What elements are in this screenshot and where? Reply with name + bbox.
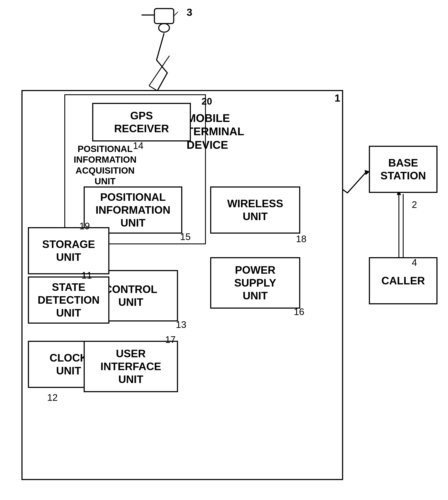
ref-number-2: 2: [412, 199, 417, 210]
clock-unit-label: CLOCK UNIT: [49, 351, 88, 377]
gps-receiver-label: GPS RECEIVER: [114, 109, 169, 135]
ref-number-1: 1: [335, 92, 340, 104]
ref-number-3: 3: [187, 6, 192, 18]
ref-number-19: 19: [79, 221, 90, 231]
ref-number-4: 4: [412, 257, 417, 268]
ref-number-16: 16: [294, 306, 304, 317]
ref-number-14: 14: [133, 140, 144, 151]
svg-rect-5: [154, 9, 174, 24]
state-detection-box: STATE DETECTION UNIT: [28, 276, 109, 324]
storage-unit-box: STORAGE UNIT: [28, 227, 109, 274]
state-detection-label: STATE DETECTION UNIT: [38, 281, 100, 319]
ref-number-11: 11: [81, 270, 92, 281]
power-supply-label: POWER SUPPLY UNIT: [234, 264, 276, 302]
diagram-container: 1 MOBILE TERMINAL DEVICE 3 POSITIONAL IN…: [0, 0, 448, 500]
ui-unit-box: USER INTERFACE UNIT: [84, 341, 178, 392]
ref-number-20: 20: [202, 96, 212, 107]
ref-number-13: 13: [176, 319, 186, 330]
wireless-unit-label: WIRELESS UNIT: [227, 197, 283, 223]
base-station-box: BASE STATION: [369, 146, 437, 193]
ref-number-18: 18: [296, 234, 306, 244]
pos-info-label: POSITIONAL INFORMATION UNIT: [96, 191, 170, 229]
svg-line-8: [174, 12, 178, 16]
pos-acq-label: POSITIONAL INFORMATION ACQUISITION UNIT: [73, 144, 137, 187]
ref-number-12: 12: [47, 392, 58, 403]
caller-box: CALLER: [369, 257, 437, 304]
ui-unit-label: USER INTERFACE UNIT: [100, 347, 161, 386]
caller-label: CALLER: [382, 274, 425, 287]
power-supply-box: POWER SUPPLY UNIT: [210, 257, 300, 309]
ref-number-15: 15: [180, 231, 191, 242]
gps-receiver-box: GPS RECEIVER: [92, 103, 191, 141]
svg-point-6: [159, 24, 169, 32]
wireless-unit-box: WIRELESS UNIT: [210, 186, 300, 234]
base-station-label: BASE STATION: [381, 156, 426, 182]
control-unit-label: CONTROL UNIT: [104, 283, 157, 309]
svg-line-0: [149, 56, 169, 86]
ref-number-17: 17: [165, 334, 176, 345]
storage-unit-label: STORAGE UNIT: [42, 238, 95, 264]
pos-info-box: POSITIONAL INFORMATION UNIT: [84, 186, 182, 234]
